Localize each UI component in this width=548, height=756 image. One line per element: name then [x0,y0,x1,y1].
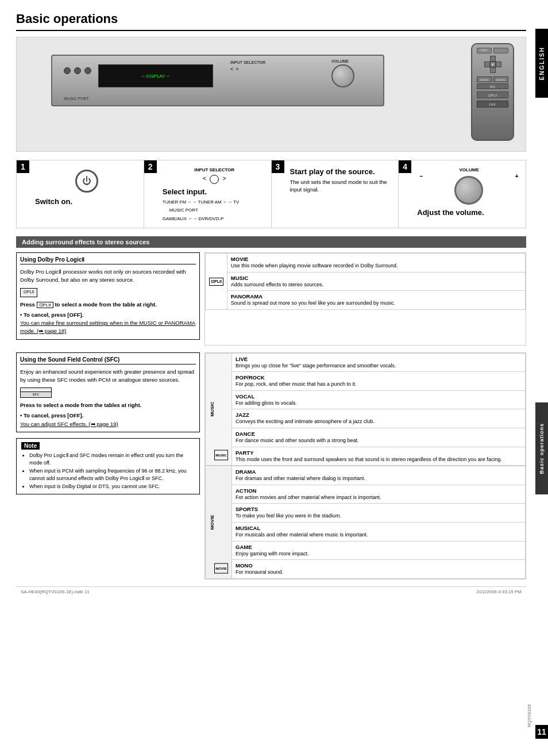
table-row: MUSICAL For musicals and other material … [206,523,526,542]
mode-desc-sports: To make you feel like you were in the st… [236,512,522,520]
sfc-left-col: Using the Sound Field Control (SFC) Enjo… [16,352,200,580]
table-row: PARTY This mode uses the front and surro… [232,447,526,466]
dolby-press-text: to select a mode from the table at right… [55,301,156,308]
dolby-note-text: You can make fine surround settings when… [20,319,196,336]
table-row: MOVIE Use this mode when playing movie s… [227,254,525,273]
table-row: GAME Enjoy gaming with more impact. [206,541,526,560]
step-1: 1 ⏻ Switch on. [17,160,144,228]
step-2: 2 INPUT SELECTOR < > Select input. TUNER… [144,160,272,228]
surround-section: Adding surround effects to stereo source… [16,236,526,346]
plus-label: + [515,172,519,208]
table-row: ACTION For action movies and other mater… [206,485,526,504]
language-tab: ENGLISH [535,29,548,98]
table-row: MUSIC MUSIC LIVE Brings you up close for… [206,353,526,372]
step-2-title: Select input. [163,187,267,196]
dolby-mode-table: ⊡PLII MOVIE Use this mode when playing m… [205,253,526,310]
mode-desc-mono: For monaural sound. [236,569,522,576]
table-row: DANCE For dance music and other sounds w… [206,428,526,447]
mode-desc-action: For action movies and other material whe… [236,494,522,501]
table-row: JAZZ Conveys the exciting and intimate a… [206,409,526,428]
movie-section-label: MOVIE [209,515,214,530]
sfc-body: Enjoy an enhanced sound experience with … [20,368,196,385]
mode-desc-party: This mode uses the front and surround sp… [236,456,522,463]
footer-right: 2/22/2006 4:33:15 PM [476,589,522,594]
note-label: Note [21,442,40,450]
step-3-desc: The unit sets the sound mode to suit the… [290,178,394,194]
tuner-line-2: MUSIC PORT [163,206,267,214]
mode-name-party: PARTY [236,450,522,456]
input-selector-label: INPUT SELECTOR [163,167,267,172]
tuner-diagram: TUNER FM ←→ TUNER AM ←→ TV MUSIC PORT GA… [163,198,267,223]
steps-container: 1 ⏻ Switch on. 2 INPUT SELECTOR < > Sele… [16,160,526,228]
step-4-title: Adjust the volume. [417,208,521,217]
table-row: PANORAMA Sound is spread out more so you… [206,291,526,310]
table-row: SPORTS To make you feel like you were in… [206,504,526,523]
table-row: ⊡PLII MOVIE Use this mode when playing m… [206,254,526,273]
mode-name-poprock: POP/ROCK [236,374,522,381]
mode-desc-game: Enjoy gaming with more impact. [236,550,522,558]
sfc-mode-table-container: MUSIC MUSIC LIVE Brings you up close for… [204,352,526,580]
footer-left: SA-HE40(RQTV0109-1E).indb 11 [21,589,90,594]
mode-desc-movie: Use this mode when playing movie softwar… [231,262,522,270]
step-2-number: 2 [144,160,157,173]
footer: SA-HE40(RQTV0109-1E).indb 11 2/22/2006 4… [16,586,526,597]
music-section-label: MUSIC [209,402,214,417]
language-label: ENGLISH [539,47,545,80]
mode-name-vocal: VOCAL [236,393,522,400]
table-row: PARTY This mode uses the front and surro… [206,447,526,466]
dolby-box-title: Using Dolby Pro LogicⅡ [20,256,196,264]
mode-name-live: LIVE [236,356,522,362]
sfc-section: Using the Sound Field Control (SFC) Enjo… [16,352,526,580]
mode-desc-poprock: For pop, rock, and other music that has … [236,381,522,388]
rqtv-code: RQTV0109 [527,704,532,727]
step-1-title: Switch on. [35,197,139,206]
step-4: 4 VOLUME – + Adjust the volume. [399,160,526,228]
dpll-button-icon: ⊡PLII [20,288,37,297]
sfc-press-text: to select a mode from the tables at righ… [37,402,142,408]
table-row: MUSICAL For musicals and other material … [232,523,526,542]
table-row: LIVE Brings you up close for "live" stag… [232,353,526,372]
mode-desc-vocal: For adding gloss to vocals. [236,400,522,407]
table-row: VOCAL For adding gloss to vocals. [206,390,526,409]
mode-name-dance: DANCE [236,431,522,437]
dolby-body: Dolby Pro LogicⅡ processor works not onl… [20,268,196,285]
mode-name-movie: MOVIE [231,256,522,262]
table-row: MOVIE MOVIE DRAMA For dramas and other m… [206,466,526,485]
mode-name-musical: MUSICAL [236,525,522,531]
power-icon: ⏻ [75,170,98,193]
section-tab: Basic operations [535,402,548,494]
volume-knob [454,176,483,205]
table-row: DANCE For dance music and other sounds w… [232,428,526,447]
table-row: GAME Enjoy gaming with more impact. [232,541,526,560]
mode-name-music: MUSIC [231,275,522,281]
dolby-mode-table-container: ⊡PLII MOVIE Use this mode when playing m… [204,252,526,346]
mode-desc-drama: For dramas and other material where dial… [236,475,522,482]
page-title: Basic operations [16,11,526,31]
table-row: SPORTS To make you feel like you were in… [232,504,526,523]
mode-desc-music: Adds surround effects to stereo sources. [231,281,522,289]
sfc-movie-table: MOVIE MOVIE DRAMA For dramas and other m… [205,466,526,579]
mode-desc-dance: For dance music and other sounds with a … [236,437,522,444]
table-row: MUSIC Adds surround effects to stereo so… [227,272,525,291]
step-3-number: 3 [272,160,284,173]
page-number: 11 [535,725,548,739]
surround-section-header: Adding surround effects to stereo source… [16,236,526,248]
dolby-box: Using Dolby Pro LogicⅡ Dolby Pro LogicⅡ … [16,252,200,340]
note-list: Dolby Pro LogicⅡ and SFC modes remain in… [21,452,195,491]
sfc-music-table: MUSIC MUSIC LIVE Brings you up close for… [205,353,526,466]
dolby-press-label: Press [20,301,35,308]
dpll-icon-cell: ⊡PLII [206,254,227,310]
step-3: 3 Start play of the source. The unit set… [272,160,399,228]
dolby-press-line: Press ⊡PLII to select a mode from the ta… [20,301,196,309]
sfc-button-icon: MUSIC MOVIE SFC [20,387,52,398]
dolby-cancel-line: • To cancel, press [OFF]. [20,311,196,319]
step-3-title: Start play of the source. [290,167,394,176]
table-row: POP/ROCK For pop, rock, and other music … [232,372,526,391]
mode-name-action: ACTION [236,488,522,494]
sfc-press-line: Press to select a mode from the tables a… [20,401,196,409]
step-1-number: 1 [17,160,29,173]
table-row: MONO For monaural sound. [232,560,526,579]
dolby-left-col: Using Dolby Pro LogicⅡ Dolby Pro LogicⅡ … [16,252,200,346]
mode-desc-panorama: Sound is spread out more so you feel lik… [231,300,522,307]
sfc-note-text: You can adjust SFC effects. (➡ page 19) [20,420,196,428]
